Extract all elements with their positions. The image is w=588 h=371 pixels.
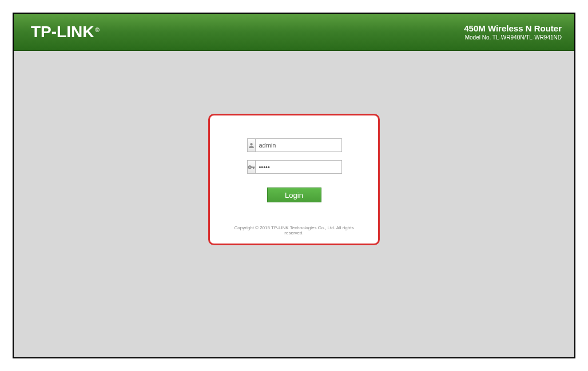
model-number: Model No. TL-WR940N/TL-WR941ND	[464, 34, 562, 41]
password-group	[247, 160, 341, 174]
key-icon	[247, 160, 255, 174]
header-product-info: 450M Wireless N Router Model No. TL-WR94…	[464, 23, 562, 41]
header-bar: TP-LINK ® 450M Wireless N Router Model N…	[14, 14, 574, 51]
password-input[interactable]	[255, 160, 342, 174]
content-area: Login Copyright © 2015 TP-LINK Technolog…	[14, 51, 574, 357]
username-group	[247, 138, 341, 152]
login-panel: Login Copyright © 2015 TP-LINK Technolog…	[208, 114, 380, 245]
logo-text: TP-LINK	[31, 23, 94, 41]
logo: TP-LINK ®	[31, 23, 100, 41]
user-icon	[247, 138, 255, 152]
trademark-symbol: ®	[95, 27, 99, 33]
app-frame: TP-LINK ® 450M Wireless N Router Model N…	[13, 13, 575, 358]
username-input[interactable]	[255, 138, 342, 152]
login-button[interactable]: Login	[267, 188, 321, 202]
product-title: 450M Wireless N Router	[464, 23, 562, 33]
copyright-text: Copyright © 2015 TP-LINK Technologies Co…	[227, 225, 361, 236]
